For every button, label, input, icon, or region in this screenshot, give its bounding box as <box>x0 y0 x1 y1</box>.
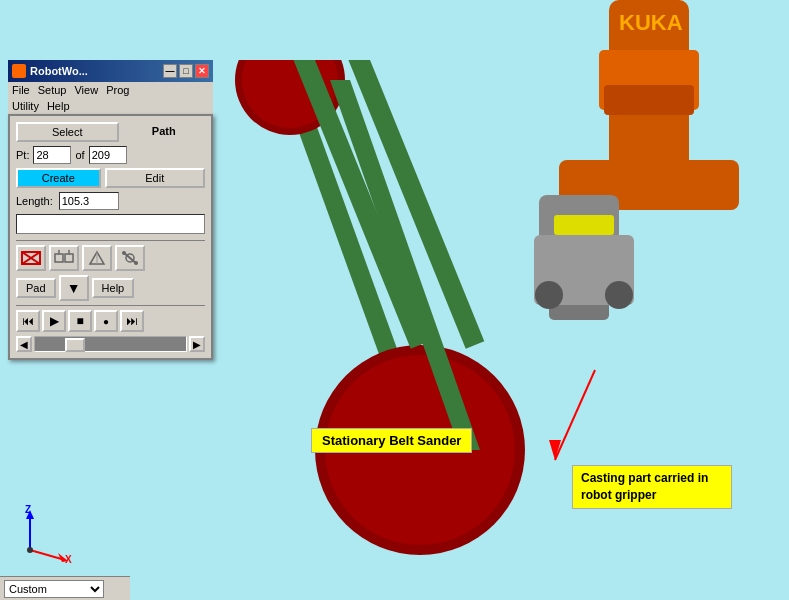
robot-icon <box>12 64 26 78</box>
svg-rect-15 <box>554 215 614 235</box>
svg-text:X: X <box>65 554 72 565</box>
length-label: Length: <box>16 195 53 207</box>
pt-input[interactable] <box>33 146 71 164</box>
svg-text:KUKA: KUKA <box>619 10 683 35</box>
minimize-button[interactable]: — <box>163 64 177 78</box>
path-label: Path <box>123 122 206 142</box>
svg-point-42 <box>134 261 138 265</box>
icon-btn-4[interactable] <box>115 245 145 271</box>
icon-btn-1[interactable] <box>16 245 46 271</box>
rw-menubar: File Setup View Prog <box>8 82 213 99</box>
divider2 <box>16 305 205 306</box>
svg-text:Z: Z <box>25 505 31 515</box>
icon-row-1 <box>16 245 205 271</box>
casting-part-label: Casting part carried in robot gripper <box>572 465 732 509</box>
length-row: Length: <box>16 192 205 210</box>
svg-rect-20 <box>604 85 694 115</box>
menu-utility[interactable]: Utility <box>12 100 39 112</box>
help-button[interactable]: Help <box>92 278 135 298</box>
create-edit-row: Create Edit <box>16 168 205 188</box>
play-button[interactable]: ▶ <box>42 310 66 332</box>
record-button[interactable]: ● <box>94 310 118 332</box>
divider <box>16 240 205 241</box>
rw-menubar2: Utility Help <box>8 98 213 115</box>
robot-arm-svg: KUKA <box>409 0 789 420</box>
svg-line-21 <box>555 370 595 460</box>
menu-file[interactable]: File <box>12 84 30 96</box>
select-path-row: Select Path <box>16 122 205 142</box>
rw-title: RobotWo... <box>30 65 88 77</box>
select-button[interactable]: Select <box>16 122 119 142</box>
svg-point-41 <box>122 251 126 255</box>
pad-help-row: Pad ▼ Help <box>16 275 205 301</box>
custom-select[interactable]: Custom <box>4 580 104 598</box>
scroll-right-arrow[interactable]: ▶ <box>189 336 205 352</box>
menu-prog[interactable]: Prog <box>106 84 129 96</box>
axis-indicator: Z X <box>15 505 75 565</box>
stop-button[interactable]: ■ <box>68 310 92 332</box>
pt-label: Pt: <box>16 149 29 161</box>
menu-help[interactable]: Help <box>47 100 70 112</box>
of-label: of <box>75 149 84 161</box>
pad-button[interactable]: Pad <box>16 278 56 298</box>
menu-view[interactable]: View <box>74 84 98 96</box>
path-value-input[interactable] <box>89 146 127 164</box>
svg-point-17 <box>535 281 563 309</box>
custom-dropdown-bar: Custom <box>0 576 130 600</box>
menu-setup[interactable]: Setup <box>38 84 67 96</box>
create-button[interactable]: Create <box>16 168 101 188</box>
skip-back-button[interactable]: ⏮ <box>16 310 40 332</box>
rw-titlebar-controls[interactable]: — □ ✕ <box>163 64 209 78</box>
scroll-track[interactable] <box>34 336 187 352</box>
rw-panel: Select Path Pt: of Create Edit Length: <box>8 114 213 360</box>
length-input[interactable] <box>59 192 119 210</box>
icon-btn-2[interactable] <box>49 245 79 271</box>
edit-button[interactable]: Edit <box>105 168 206 188</box>
belt-sander-label: Stationary Belt Sander <box>311 428 472 453</box>
pt-row: Pt: of <box>16 146 205 164</box>
scroll-left-arrow[interactable]: ◀ <box>16 336 32 352</box>
skip-forward-button[interactable]: ⏭ <box>120 310 144 332</box>
close-button[interactable]: ✕ <box>195 64 209 78</box>
down-arrow-icon[interactable]: ▼ <box>59 275 89 301</box>
scroll-row: ◀ ▶ <box>16 336 205 352</box>
svg-rect-33 <box>55 254 63 262</box>
maximize-button[interactable]: □ <box>179 64 193 78</box>
svg-rect-34 <box>65 254 73 262</box>
scroll-thumb[interactable] <box>65 338 85 352</box>
rw-titlebar-left: RobotWo... <box>12 64 88 78</box>
slider-bar[interactable] <box>16 214 205 234</box>
svg-point-29 <box>27 547 33 553</box>
rw-titlebar: RobotWo... — □ ✕ <box>8 60 213 82</box>
red-arrow-svg <box>535 360 615 480</box>
svg-point-18 <box>605 281 633 309</box>
playback-row: ⏮ ▶ ■ ● ⏭ <box>16 310 205 332</box>
icon-btn-3[interactable] <box>82 245 112 271</box>
